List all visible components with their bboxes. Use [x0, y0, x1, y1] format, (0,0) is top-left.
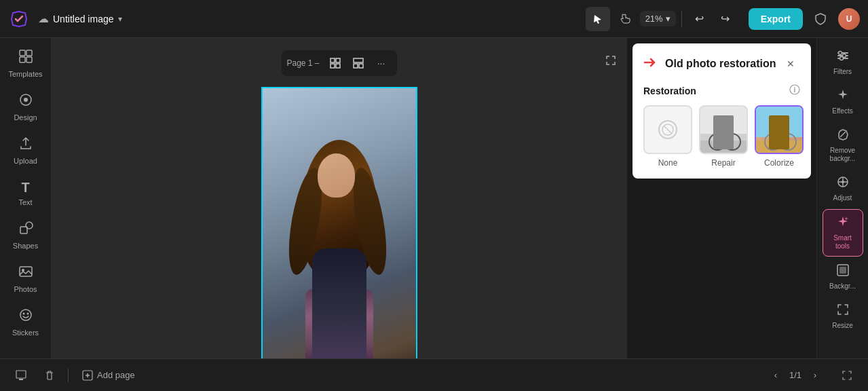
section-title-text: Restoration [643, 86, 696, 96]
sidebar-item-upload[interactable]: Upload [5, 130, 46, 171]
adjust-tool[interactable]: Adjust [823, 170, 863, 208]
left-sidebar: Templates Design Upload T Text Shapes [0, 38, 52, 358]
face [318, 153, 355, 198]
smart-tools-tool[interactable]: Smart tools [823, 209, 863, 257]
zoom-level: 21% [645, 14, 663, 24]
smart-tools-icon [836, 215, 850, 232]
user-avatar[interactable]: U [838, 8, 860, 30]
svg-point-40 [839, 57, 843, 60]
option-none-label: None [658, 158, 678, 168]
next-page-btn[interactable]: › [807, 367, 823, 384]
shapes-icon [18, 221, 33, 239]
option-colorize[interactable]: Colorize [755, 105, 804, 168]
panel-arrow-icon [643, 56, 660, 72]
cursor-tool[interactable] [586, 7, 610, 31]
body [312, 248, 366, 358]
templates-label: Templates [8, 70, 42, 79]
section-info-icon[interactable]: i [789, 84, 800, 97]
svg-rect-14 [336, 58, 340, 62]
svg-rect-49 [19, 379, 23, 380]
undo-button[interactable]: ↩ [687, 7, 712, 31]
panel-header: Old photo restoration ✕ [643, 54, 800, 73]
zoom-control[interactable]: 21% ▾ [640, 11, 676, 26]
grid-view-btn[interactable] [348, 53, 369, 73]
delete-page-btn[interactable] [39, 365, 60, 386]
export-button[interactable]: Export [749, 8, 803, 30]
option-none[interactable]: None [643, 105, 692, 168]
resize-tool[interactable]: Resize [823, 297, 863, 335]
restoration-panel: Old photo restoration ✕ Restoration i [633, 43, 811, 179]
filters-icon [836, 49, 850, 66]
sidebar-item-photos[interactable]: Photos [5, 259, 46, 299]
woman-figure [299, 140, 380, 358]
sidebar-item-text[interactable]: T Text [5, 174, 46, 212]
select-frame-btn[interactable] [325, 53, 345, 73]
option-none-image [643, 105, 692, 154]
option-repair[interactable]: Repair [699, 105, 748, 168]
redo-button[interactable]: ↪ [713, 7, 738, 31]
svg-rect-8 [20, 267, 32, 276]
shapes-label: Shapes [13, 242, 38, 250]
shield-icon[interactable] [808, 7, 833, 31]
remove-bg-tool[interactable]: Remove backgr... [823, 122, 863, 168]
text-icon: T [21, 180, 29, 196]
sidebar-item-design[interactable]: Design [5, 87, 46, 128]
app-logo[interactable] [8, 8, 30, 30]
fullscreen-btn[interactable] [837, 365, 857, 386]
right-tools-sidebar: Filters Effects Remove backgr... Adjust … [816, 38, 868, 358]
stickers-icon [18, 308, 33, 326]
svg-point-5 [24, 98, 28, 102]
none-icon [658, 120, 677, 139]
effects-tool[interactable]: Effects [823, 83, 863, 121]
right-panel: Old photo restoration ✕ Restoration i [626, 38, 816, 358]
background-tool[interactable]: Backgr... [823, 258, 863, 296]
page-nav: ‹ 1/1 › [768, 367, 823, 384]
canvas-area: Page 1 – ··· [52, 38, 626, 358]
title-chevron[interactable]: ▾ [118, 14, 122, 24]
prev-page-btn[interactable]: ‹ [768, 367, 784, 384]
add-page-btn[interactable]: Add page [77, 367, 140, 384]
background-icon [836, 263, 850, 280]
svg-point-12 [26, 313, 29, 315]
stickers-label: Stickers [12, 329, 39, 337]
file-area: ☁ Untitled image ▾ [38, 12, 122, 25]
sidebar-item-templates[interactable]: Templates [5, 43, 46, 84]
photos-icon [18, 264, 33, 282]
thumbnail-view-btn[interactable] [11, 365, 31, 386]
svg-rect-13 [331, 58, 335, 62]
svg-rect-0 [20, 50, 25, 56]
more-options-btn[interactable]: ··· [371, 53, 392, 73]
option-repair-image [699, 105, 748, 154]
templates-icon [18, 49, 33, 67]
option-repair-label: Repair [711, 158, 735, 168]
page-indicator: 1/1 [789, 370, 801, 380]
svg-rect-16 [336, 64, 340, 68]
svg-point-45 [842, 181, 844, 183]
sidebar-item-stickers[interactable]: Stickers [5, 302, 46, 343]
svg-rect-19 [359, 64, 363, 68]
adjust-label: Adjust [833, 194, 852, 202]
resize-icon [836, 303, 850, 320]
adjust-icon [836, 175, 850, 192]
svg-rect-48 [16, 371, 26, 378]
bottombar: Add page ‹ 1/1 › [0, 358, 868, 391]
page-label: Page 1 – [286, 58, 319, 68]
svg-rect-25 [700, 107, 748, 134]
filters-tool[interactable]: Filters [823, 43, 863, 81]
svg-point-10 [20, 310, 31, 320]
file-title[interactable]: Untitled image [53, 14, 114, 24]
svg-rect-18 [354, 64, 358, 68]
expand-btn[interactable] [601, 50, 621, 71]
svg-text:i: i [794, 86, 796, 94]
hand-tool[interactable] [613, 7, 637, 31]
restoration-options: None [643, 105, 800, 168]
repair-thumbnail [700, 107, 747, 153]
panel-close-btn[interactable]: ✕ [781, 54, 800, 73]
remove-bg-label: Remove backgr... [825, 147, 861, 163]
design-icon [18, 92, 33, 111]
canvas-toolbar: Page 1 – ··· [281, 50, 396, 76]
sidebar-item-shapes[interactable]: Shapes [5, 215, 46, 256]
canvas-photo [263, 88, 416, 358]
svg-rect-15 [331, 64, 335, 68]
canvas-image[interactable] [261, 87, 417, 358]
